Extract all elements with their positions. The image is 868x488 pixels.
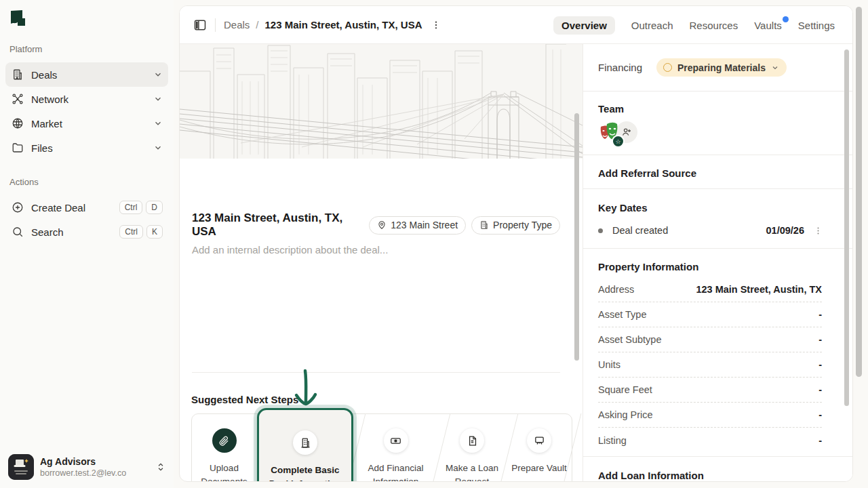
sidebar-item-market[interactable]: Market (5, 111, 168, 136)
step-add-financial-information[interactable]: Add Financial Information (353, 413, 438, 482)
sidebar-item-network[interactable]: Network (5, 87, 168, 111)
breadcrumb-deals[interactable]: Deals (224, 19, 250, 30)
search-label: Search (31, 226, 116, 238)
main-scrollbar[interactable] (574, 113, 579, 361)
sidebar: Platform Deals Network Market (0, 0, 174, 488)
breadcrumb-separator: / (256, 19, 258, 30)
search-icon (11, 225, 24, 239)
sidebar-item-files[interactable]: Files (5, 136, 168, 160)
property-type-badge[interactable]: Property Type (471, 216, 560, 235)
key-date-row: Deal created 01/09/26 (598, 225, 823, 236)
bullet-dot-icon (598, 228, 603, 233)
address-badge[interactable]: 123 Main Street (369, 216, 466, 235)
tab-overview[interactable]: Overview (553, 16, 615, 35)
breadcrumb-current: 123 Main Street, Austin, TX, USA (265, 19, 422, 30)
deal-details-panel: Financing Preparing Materials Team (583, 44, 853, 482)
sidebar-item-label: Market (31, 118, 153, 129)
property-information-heading: Property Information (598, 261, 698, 272)
office-building-icon (479, 220, 489, 230)
property-information-rows: Address 123 Main Street, Austin, TX Asse… (598, 277, 822, 453)
panel-left-icon[interactable] (193, 18, 207, 32)
divider (215, 18, 216, 32)
property-row-asset-type[interactable]: Asset Type - (598, 302, 822, 327)
search-button[interactable]: Search Ctrl K (5, 220, 168, 244)
sidebar-item-label: Files (31, 142, 153, 154)
property-row-asking-price[interactable]: Asking Price - (598, 403, 822, 428)
chevron-down-icon (153, 70, 163, 79)
status-ring-icon (663, 63, 672, 72)
chevron-down-icon (153, 94, 163, 104)
panel-scrollbar[interactable] (844, 49, 849, 406)
tab-outreach[interactable]: Outreach (631, 20, 673, 31)
platform-section-label: Platform (9, 44, 42, 54)
map-pin-icon (377, 220, 387, 230)
deal-description-input[interactable]: Add an internal description about the de… (192, 244, 388, 256)
financing-label: Financing (598, 62, 656, 73)
actions-section-label: Actions (9, 177, 39, 187)
down-arrow-icon (290, 368, 321, 410)
key-date-value[interactable]: 01/09/26 (766, 225, 804, 236)
kbd-ctrl: Ctrl (119, 201, 143, 214)
financing-status-dropdown[interactable]: Preparing Materials (656, 58, 787, 77)
paperclip-icon (212, 428, 237, 453)
plus-circle-icon (11, 201, 24, 214)
notification-dot (783, 16, 789, 22)
property-row-listing[interactable]: Listing - (598, 428, 822, 453)
office-building-icon (11, 68, 24, 81)
star-badge-icon: ☆ (612, 135, 625, 148)
step-upload-documents[interactable]: Upload Documents (191, 413, 257, 482)
network-nodes-icon (11, 92, 24, 106)
kbd-ctrl: Ctrl (119, 225, 143, 239)
globe-icon (11, 117, 24, 130)
deal-page-card: Deals / 123 Main Street, Austin, TX, USA… (179, 5, 853, 482)
key-date-label: Deal created (612, 225, 766, 236)
kebab-menu-icon[interactable] (813, 226, 823, 236)
sidebar-item-label: Network (31, 94, 153, 105)
deal-main-column: 123 Main Street, Austin, TX, USA 123 Mai… (180, 44, 583, 482)
create-deal-label: Create Deal (31, 202, 116, 214)
user-menu[interactable]: Ag Advisors borrower.test.2@lev.co (8, 453, 165, 481)
step-prepare-vault[interactable]: Prepare Vault (506, 413, 572, 482)
property-row-square-feet[interactable]: Square Feet - (598, 378, 822, 403)
step-make-a-loan-request[interactable]: Make a Loan Request (438, 413, 506, 482)
deal-cover-image[interactable] (180, 44, 583, 159)
add-loan-information-button[interactable]: Add Loan Information (598, 470, 704, 481)
chevron-down-icon (153, 143, 163, 152)
presentation-screen-icon (527, 428, 551, 453)
office-building-icon (293, 430, 317, 455)
create-deal-button[interactable]: Create Deal Ctrl D (5, 195, 168, 220)
lev-flag-logo-icon[interactable] (9, 9, 30, 28)
platform-nav: Deals Network Market Files (5, 62, 168, 160)
folder-icon (11, 141, 24, 155)
kbd-k: K (146, 225, 163, 239)
key-dates-heading: Key Dates (598, 202, 648, 214)
property-row-address[interactable]: Address 123 Main Street, Austin, TX (598, 277, 822, 302)
deal-title: 123 Main Street, Austin, TX, USA (192, 211, 369, 239)
tab-resources[interactable]: Resources (690, 20, 738, 31)
kbd-d: D (146, 201, 163, 214)
tab-vaults[interactable]: Vaults (754, 20, 782, 31)
chevrons-up-down-icon (156, 462, 165, 472)
banknote-icon (384, 428, 408, 453)
page-scrollbar[interactable] (856, 7, 862, 377)
tab-settings[interactable]: Settings (798, 20, 835, 31)
sidebar-item-label: Deals (31, 69, 153, 81)
property-row-asset-subtype[interactable]: Asset Subtype - (598, 327, 822, 352)
financing-status-value: Preparing Materials (677, 62, 766, 73)
add-referral-source-button[interactable]: Add Referral Source (598, 167, 696, 179)
divider (192, 372, 560, 373)
next-steps-title: Suggested Next Steps (191, 394, 298, 405)
tab-bar: Overview Outreach Resources Vaults Setti… (553, 15, 835, 35)
sidebar-item-deals[interactable]: Deals (5, 62, 168, 87)
step-complete-basic-deal-information[interactable]: Complete Basic Deal Information (257, 408, 353, 482)
user-name: Ag Advisors (40, 456, 156, 467)
chevron-down-icon (153, 119, 163, 128)
user-email: borrower.test.2@lev.co (40, 468, 156, 478)
property-row-units[interactable]: Units - (598, 352, 822, 378)
document-icon (460, 428, 484, 453)
kebab-menu-icon[interactable] (431, 20, 441, 30)
page-header: Deals / 123 Main Street, Austin, TX, USA… (180, 6, 853, 44)
magician-hat-avatar (8, 454, 34, 480)
team-heading: Team (598, 103, 624, 115)
chevron-down-icon (771, 64, 779, 72)
